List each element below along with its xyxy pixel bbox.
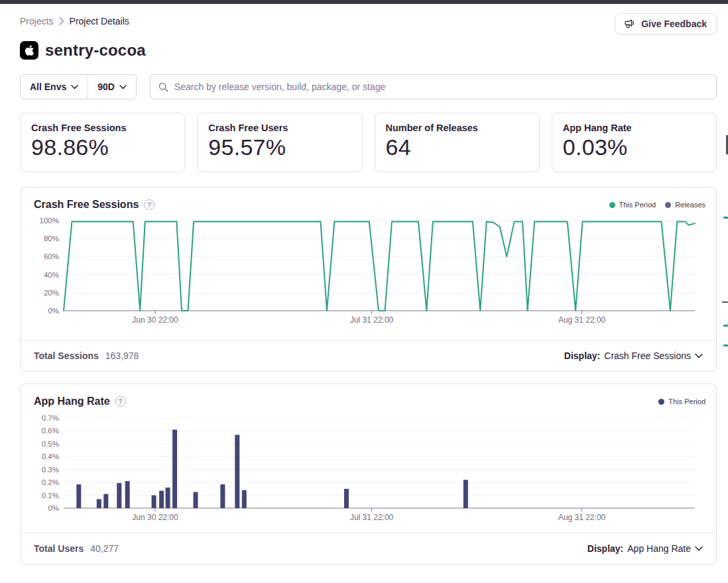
stat-value: 98.86% [31,134,174,160]
stat-card-crash-free-sessions: Crash Free Sessions 98.86% [20,113,185,172]
project-details-page: Projects Project Details Give Feedback s… [0,4,728,564]
svg-text:Jun 30 22:00: Jun 30 22:00 [132,513,178,522]
environment-selector[interactable]: All Envs [21,75,88,99]
stat-label: Crash Free Users [208,123,351,133]
cutoff-content-fragment [722,301,728,303]
svg-text:0%: 0% [48,307,59,315]
total-users-label: Total Users [34,543,84,554]
svg-text:Aug 31 22:00: Aug 31 22:00 [558,513,606,522]
cutoff-content-fragment [723,344,728,346]
page-title: sentry-cocoa [45,41,146,60]
chevron-down-icon [695,353,703,358]
legend-label: This Period [619,201,656,209]
apple-platform-icon [20,41,38,60]
svg-text:80%: 80% [44,235,59,242]
svg-text:0.4%: 0.4% [42,452,59,460]
crash-free-sessions-chart[interactable]: 0%20%40%60%80%100%Jun 30 22:00Jul 31 22:… [21,215,716,333]
stat-card-crash-free-users: Crash Free Users 95.57% [197,113,362,172]
legend-dot-icon [658,399,664,405]
total-sessions-value: 163,978 [105,350,139,361]
legend-item-this-period[interactable]: This Period [609,201,656,209]
stat-label: Crash Free Sessions [31,123,174,133]
help-icon[interactable]: ? [144,199,154,210]
display-value: Crash Free Sessions [604,350,691,361]
stat-card-app-hang-rate: App Hang Rate 0.03% [552,113,717,172]
app-hang-rate-chart[interactable]: 0%0.1%0.2%0.3%0.4%0.5%0.6%0.7%Jun 30 22:… [21,412,716,526]
legend-item-releases[interactable]: Releases [665,201,705,209]
svg-text:0.5%: 0.5% [42,440,59,448]
megaphone-icon [625,19,636,29]
chart-legend: This Period [658,398,705,405]
date-range-value: 90D [97,81,115,92]
app-hang-rate-card: App Hang Rate ? This Period 0%0.1%0.2%0.… [20,384,717,564]
total-users-value: 40,277 [90,543,119,554]
stat-value: 0.03% [563,134,705,160]
chart-title: Crash Free Sessions [34,199,139,211]
display-selector[interactable]: Display: Crash Free Sessions [564,350,703,361]
cutoff-content-fragment [723,217,728,219]
chevron-down-icon [119,85,127,89]
cutoff-content-fragment [723,325,728,327]
page-filter-bar: All Envs 90D [20,74,137,99]
give-feedback-label: Give Feedback [641,19,707,29]
chevron-right-icon [59,17,64,25]
svg-text:Aug 31 22:00: Aug 31 22:00 [558,315,606,325]
legend-label: Releases [675,201,705,209]
svg-text:Jul 31 22:00: Jul 31 22:00 [350,315,394,325]
release-search-bar [150,74,717,99]
display-selector[interactable]: Display: App Hang Rate [587,543,703,554]
svg-text:Jun 30 22:00: Jun 30 22:00 [132,315,178,325]
help-icon[interactable]: ? [115,396,126,407]
total-sessions-label: Total Sessions [34,350,99,361]
search-icon [158,82,168,92]
chart-title: App Hang Rate [34,396,110,407]
legend-dot-icon [665,202,671,208]
display-label: Display: [587,543,623,554]
stat-value: 64 [386,134,528,160]
legend-item-this-period[interactable]: This Period [658,398,705,405]
crash-free-sessions-card: Crash Free Sessions ? This Period Releas… [20,187,717,372]
svg-text:0.6%: 0.6% [42,427,59,435]
svg-text:0.1%: 0.1% [42,492,59,500]
stat-card-number-of-releases: Number of Releases 64 [375,113,540,172]
give-feedback-button[interactable]: Give Feedback [615,13,717,34]
svg-text:0.2%: 0.2% [42,478,59,486]
search-input[interactable] [174,81,708,92]
legend-dot-icon [609,202,615,208]
environment-selector-value: All Envs [30,81,66,92]
chevron-down-icon [695,546,703,551]
svg-text:20%: 20% [44,289,59,297]
stat-value: 95.57% [208,134,351,160]
display-value: App Hang Rate [627,543,691,554]
date-range-selector[interactable]: 90D [88,75,136,99]
svg-text:0.3%: 0.3% [42,466,59,474]
breadcrumb-projects-link[interactable]: Projects [20,16,54,26]
svg-text:60%: 60% [44,252,59,260]
chart-legend: This Period Releases [609,201,706,209]
breadcrumb-current: Project Details [70,16,129,26]
stat-label: Number of Releases [386,123,528,133]
svg-text:0.7%: 0.7% [42,414,59,422]
display-label: Display: [564,350,600,361]
legend-label: This Period [668,398,705,405]
breadcrumb: Projects Project Details [20,16,129,26]
svg-text:100%: 100% [40,217,59,225]
svg-text:Jul 31 22:00: Jul 31 22:00 [350,513,394,522]
svg-text:40%: 40% [44,271,59,279]
chevron-down-icon [71,85,78,89]
stat-label: App Hang Rate [563,123,705,133]
svg-text:0%: 0% [48,504,59,512]
